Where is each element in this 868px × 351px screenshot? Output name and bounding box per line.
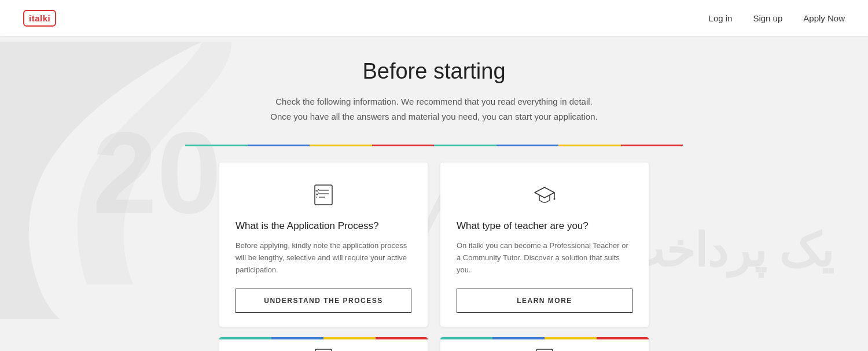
graduation-cap-icon [529,180,560,210]
understand-process-button[interactable]: UNDERSTAND THE PROCESS [236,289,411,313]
logo[interactable]: italki [23,10,56,27]
svg-marker-5 [535,187,554,198]
lines-icon [536,349,553,351]
login-link[interactable]: Log in [709,13,733,23]
page-title: Before starting [12,59,856,84]
cards-container: What is the Application Process? Before … [12,162,856,327]
apply-now-link[interactable]: Apply Now [803,13,845,23]
color-bar-teal [185,145,248,146]
color-bar-red2 [621,145,683,146]
svg-point-7 [554,198,556,200]
graduation-svg [532,183,557,207]
logo-text[interactable]: italki [23,10,56,27]
checklist-icon [308,180,339,210]
color-bar-teal2 [434,145,496,146]
play-icon [315,349,332,351]
color-bar-blue2 [496,145,559,146]
teacher-type-desc: On italki you can become a Professional … [457,240,632,276]
cards-bottom-container [12,337,856,351]
learn-more-button[interactable]: LEARN MORE [457,289,632,313]
color-bar-red [372,145,435,146]
main-nav: Log in Sign up Apply Now [709,13,845,23]
signup-link[interactable]: Sign up [753,13,782,23]
application-process-desc: Before applying, kindly note the applica… [236,240,411,276]
page-subtitle: Check the following information. We reco… [249,94,619,124]
color-bar [185,145,683,146]
video-card-partial [219,337,428,351]
application-process-card: What is the Application Process? Before … [219,162,428,327]
main-content: 20 PAYMENT یک پرداخت خو Before starting … [0,36,868,351]
application-process-title: What is the Application Process? [236,220,411,232]
teacher-type-title: What type of teacher are you? [457,220,632,232]
color-bar-yellow [310,145,372,146]
checklist-svg [311,183,336,207]
color-bar-blue [248,145,310,146]
site-header: italki Log in Sign up Apply Now [0,0,868,36]
teacher-type-card: What type of teacher are you? On italki … [440,162,649,327]
color-bar-yellow2 [558,145,621,146]
requirements-card-partial [440,337,649,351]
